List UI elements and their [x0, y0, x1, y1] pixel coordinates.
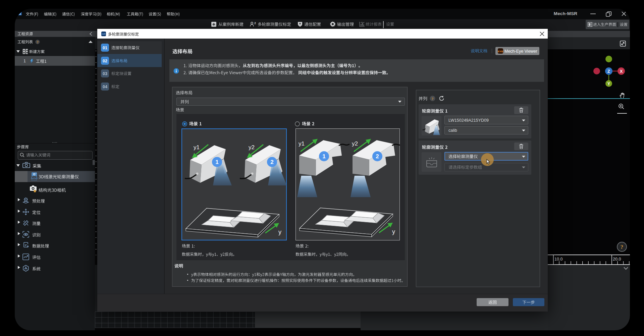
svg-text:1: 1: [322, 153, 325, 160]
svg-text:?: ?: [621, 244, 624, 250]
svg-text:Y: Y: [607, 81, 610, 86]
svg-text:Z: Z: [607, 69, 610, 74]
svg-text:y1: y1: [299, 141, 305, 147]
svg-text:y: y: [392, 228, 395, 235]
svg-text:EYE: EYE: [498, 50, 503, 53]
svg-text:?: ?: [432, 97, 434, 101]
svg-text:y2: y2: [352, 141, 358, 147]
svg-text:1: 1: [215, 159, 218, 165]
svg-text:y1: y1: [194, 144, 200, 151]
svg-text:y: y: [278, 229, 281, 235]
svg-text:y2: y2: [249, 144, 255, 151]
svg-text:GR: GR: [102, 33, 106, 36]
svg-text:2: 2: [254, 21, 256, 25]
svg-text:2: 2: [270, 159, 273, 165]
svg-text:2: 2: [376, 153, 379, 160]
svg-text:?: ?: [37, 41, 39, 44]
svg-text:X: X: [620, 69, 623, 74]
